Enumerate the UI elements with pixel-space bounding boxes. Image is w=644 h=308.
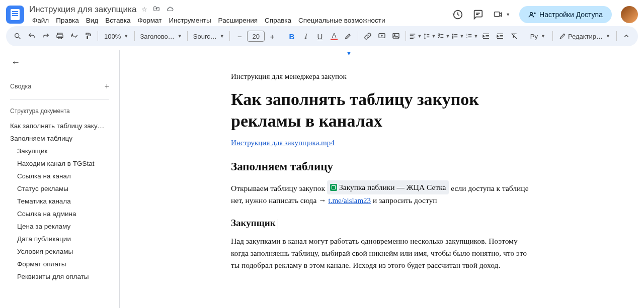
add-summary-icon[interactable]: + <box>105 82 109 91</box>
outline-item[interactable]: Ссылка на канал <box>0 170 119 182</box>
print-icon[interactable] <box>53 29 66 43</box>
sidebar: ← Сводка + Структура документа Как запол… <box>0 50 120 308</box>
doc-h1[interactable]: Как заполнять таблицу закупок рекламы в … <box>231 89 533 132</box>
outline-item[interactable]: Ссылка на админа <box>0 208 119 220</box>
move-icon[interactable] <box>152 6 160 13</box>
doc-link-tg[interactable]: t.me/aislam23 <box>329 196 371 204</box>
sheets-icon <box>330 184 337 191</box>
underline-button[interactable]: U <box>313 29 327 43</box>
undo-icon[interactable] <box>25 29 38 43</box>
align-button[interactable]: ▼ <box>409 29 422 43</box>
outline-item[interactable]: Условия рекламы <box>0 245 119 258</box>
meet-icon[interactable]: ▼ <box>493 10 510 19</box>
numbered-list-button[interactable]: ▼ <box>465 29 478 43</box>
collapse-toolbar-icon[interactable] <box>620 29 633 43</box>
doc-subtitle[interactable]: Инструкция для менеджера закупок <box>231 72 533 81</box>
docs-logo[interactable] <box>6 6 24 24</box>
page[interactable]: Инструкция для менеджера закупок Как зап… <box>221 57 543 271</box>
checklist-button[interactable]: ▼ <box>437 29 450 43</box>
comments-icon[interactable] <box>472 9 484 20</box>
styles-select[interactable]: Заголово…▼ <box>138 29 184 43</box>
svg-point-12 <box>452 38 453 39</box>
cloud-icon[interactable] <box>166 6 175 13</box>
outline-item[interactable]: Как заполнять таблицу заку… <box>0 120 119 132</box>
add-comment-icon[interactable] <box>375 29 388 43</box>
menu-view[interactable]: Вид <box>83 16 101 25</box>
collapse-outline-icon[interactable]: ← <box>11 57 20 67</box>
toolbar: 100%▼ Заголово…▼ Sourc…▼ − 20 + B I U A … <box>6 26 638 46</box>
clear-formatting-icon[interactable] <box>508 29 521 43</box>
history-icon[interactable] <box>452 9 463 20</box>
share-label: Настройки Доступа <box>539 11 603 19</box>
increase-indent-icon[interactable] <box>494 29 507 43</box>
titlebar: Инструкция для закупщика ☆ Файл Правка В… <box>29 5 452 25</box>
menu-tools[interactable]: Инструменты <box>166 16 214 25</box>
svg-rect-0 <box>495 12 500 17</box>
outline: Как заполнять таблицу заку… Заполняем та… <box>0 120 119 308</box>
outline-item[interactable]: Закупщик <box>0 145 119 157</box>
font-select[interactable]: Sourc…▼ <box>191 29 226 43</box>
insert-link-icon[interactable] <box>361 29 374 43</box>
outline-item[interactable]: Статус рекламы <box>0 182 119 195</box>
menu-a11y[interactable]: Специальные возможности <box>295 16 388 25</box>
italic-button[interactable]: I <box>299 29 312 43</box>
svg-point-1 <box>530 13 533 15</box>
menu-edit[interactable]: Правка <box>53 16 82 25</box>
paint-format-icon[interactable] <box>82 29 95 43</box>
avatar[interactable] <box>621 6 638 23</box>
svg-point-10 <box>452 34 453 35</box>
outline-item[interactable]: Формат оплаты <box>0 258 119 270</box>
outline-item[interactable]: Тематика канала <box>0 195 119 208</box>
header: Инструкция для закупщика ☆ Файл Правка В… <box>0 0 644 26</box>
svg-rect-5 <box>58 37 62 39</box>
ruler-indent-marker-icon[interactable]: ▼ <box>346 50 352 56</box>
menu-insert[interactable]: Вставка <box>102 16 133 25</box>
zoom-select[interactable]: 100%▼ <box>101 29 131 43</box>
text-cursor <box>278 219 278 229</box>
svg-point-2 <box>15 34 19 38</box>
svg-rect-9 <box>438 34 440 35</box>
summary-label: Сводка <box>10 83 31 90</box>
sheets-chip[interactable]: Закупка паблики — ЖЦА Сетка <box>327 180 449 194</box>
outline-item[interactable]: Цена за рекламу <box>0 220 119 233</box>
outline-item[interactable]: Находим канал в TGStat <box>0 157 119 170</box>
input-tools-button[interactable]: Ру▼ <box>527 29 548 43</box>
decrease-indent-icon[interactable] <box>479 29 493 43</box>
menu-file[interactable]: Файл <box>29 16 52 25</box>
font-size-dec[interactable]: − <box>233 29 246 43</box>
doc-link-video[interactable]: Инструкция для закупщика.mp4 <box>231 139 335 147</box>
outline-title: Структура документа <box>0 105 119 120</box>
doc-paragraph[interactable]: Над закупками в канал могут работать одн… <box>231 235 533 271</box>
document-area[interactable]: ▼ ▼ Инструкция для менеджера закупок Как… <box>120 50 644 308</box>
highlight-button[interactable] <box>342 29 355 43</box>
insert-image-icon[interactable] <box>389 29 403 43</box>
svg-point-11 <box>452 36 453 37</box>
doc-h2[interactable]: Заполняем таблицу <box>231 160 533 173</box>
menu-format[interactable]: Формат <box>134 16 165 25</box>
outline-item[interactable]: Реквизиты для оплаты <box>0 270 119 283</box>
menubar: Файл Правка Вид Вставка Формат Инструмен… <box>29 16 452 25</box>
redo-icon[interactable] <box>39 29 52 43</box>
text-color-button[interactable]: A <box>328 29 341 43</box>
outline-item[interactable]: Дата публикации <box>0 233 119 245</box>
font-size-inc[interactable]: + <box>266 29 279 43</box>
menu-help[interactable]: Справка <box>262 16 294 25</box>
bulleted-list-button[interactable]: ▼ <box>451 29 464 43</box>
doc-h3[interactable]: Закупщик <box>231 218 533 229</box>
line-spacing-button[interactable]: ▼ <box>423 29 436 43</box>
editing-mode-button[interactable]: Редактир…▼ <box>556 29 613 43</box>
star-icon[interactable]: ☆ <box>141 6 147 13</box>
search-icon[interactable] <box>11 29 24 43</box>
share-button[interactable]: Настройки Доступа <box>519 6 612 23</box>
menu-extensions[interactable]: Расширения <box>215 16 261 25</box>
bold-button[interactable]: B <box>285 29 298 43</box>
spellcheck-icon[interactable] <box>67 29 80 43</box>
outline-item[interactable]: Заполняем таблицу <box>0 132 119 145</box>
doc-title[interactable]: Инструкция для закупщика <box>29 5 136 15</box>
doc-paragraph[interactable]: Открываем таблицу закупок Закупка паблик… <box>231 180 533 207</box>
font-size-input[interactable]: 20 <box>247 31 265 42</box>
